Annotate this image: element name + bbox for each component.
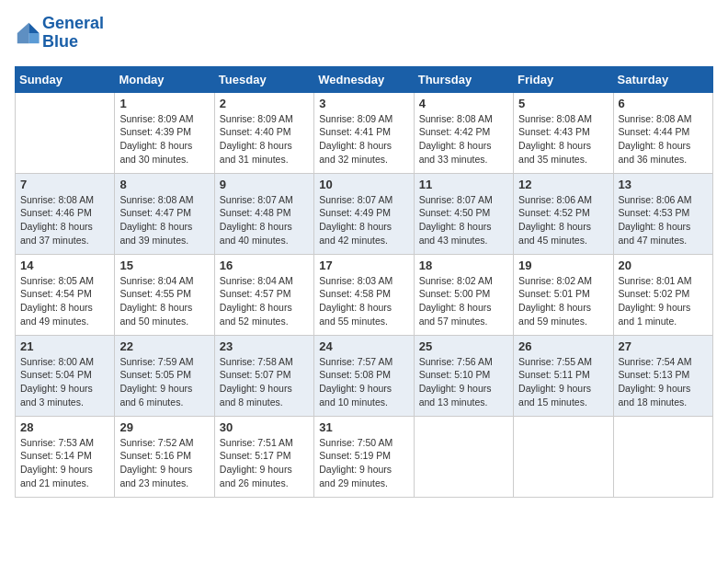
- calendar-header-row: SundayMondayTuesdayWednesdayThursdayFrid…: [16, 66, 713, 92]
- day-number: 26: [518, 339, 608, 353]
- day-info: Sunrise: 8:08 AMSunset: 4:42 PMDaylight:…: [419, 112, 508, 167]
- svg-marker-0: [28, 23, 39, 33]
- day-number: 9: [220, 178, 309, 191]
- day-info: Sunrise: 8:07 AMSunset: 4:50 PMDaylight:…: [419, 193, 508, 247]
- day-number: 30: [220, 420, 309, 434]
- day-info: Sunrise: 7:59 AMSunset: 5:05 PMDaylight:…: [119, 355, 209, 409]
- calendar-cell: 21Sunrise: 8:00 AMSunset: 5:04 PMDayligh…: [16, 335, 115, 416]
- calendar-cell: 31Sunrise: 7:50 AMSunset: 5:19 PMDayligh…: [314, 416, 414, 497]
- day-number: 5: [518, 97, 608, 110]
- day-info: Sunrise: 8:02 AMSunset: 5:00 PMDaylight:…: [419, 274, 508, 328]
- day-info: Sunrise: 8:07 AMSunset: 4:49 PMDaylight:…: [319, 193, 408, 247]
- calendar-cell: 29Sunrise: 7:52 AMSunset: 5:16 PMDayligh…: [115, 416, 214, 497]
- calendar-cell: 19Sunrise: 8:02 AMSunset: 5:01 PMDayligh…: [514, 254, 613, 335]
- calendar-cell: 18Sunrise: 8:02 AMSunset: 5:00 PMDayligh…: [414, 254, 513, 335]
- day-info: Sunrise: 7:53 AMSunset: 5:14 PMDaylight:…: [20, 436, 109, 490]
- col-header-friday: Friday: [514, 66, 613, 92]
- day-info: Sunrise: 7:55 AMSunset: 5:11 PMDaylight:…: [518, 355, 608, 409]
- calendar-week-row: 7Sunrise: 8:08 AMSunset: 4:46 PMDaylight…: [16, 173, 713, 254]
- day-number: 19: [518, 259, 608, 272]
- calendar-cell: [514, 416, 613, 497]
- col-header-monday: Monday: [115, 66, 214, 92]
- calendar-cell: 1Sunrise: 8:09 AMSunset: 4:39 PMDaylight…: [115, 92, 214, 173]
- day-number: 21: [20, 339, 109, 353]
- day-info: Sunrise: 8:09 AMSunset: 4:39 PMDaylight:…: [119, 112, 209, 167]
- calendar-table: SundayMondayTuesdayWednesdayThursdayFrid…: [15, 66, 713, 498]
- calendar-cell: 9Sunrise: 8:07 AMSunset: 4:48 PMDaylight…: [214, 173, 313, 254]
- day-info: Sunrise: 8:00 AMSunset: 5:04 PMDaylight:…: [20, 355, 109, 409]
- day-number: 16: [220, 259, 309, 272]
- day-number: 2: [220, 97, 309, 110]
- day-number: 31: [319, 420, 408, 434]
- day-number: 3: [319, 97, 408, 110]
- day-number: 13: [619, 178, 708, 191]
- calendar-cell: 22Sunrise: 7:59 AMSunset: 5:05 PMDayligh…: [115, 335, 214, 416]
- day-info: Sunrise: 8:03 AMSunset: 4:58 PMDaylight:…: [319, 274, 408, 328]
- day-info: Sunrise: 7:52 AMSunset: 5:16 PMDaylight:…: [119, 436, 209, 490]
- calendar-cell: 3Sunrise: 8:09 AMSunset: 4:41 PMDaylight…: [314, 92, 414, 173]
- calendar-cell: 5Sunrise: 8:08 AMSunset: 4:43 PMDaylight…: [514, 92, 613, 173]
- calendar-cell: 13Sunrise: 8:06 AMSunset: 4:53 PMDayligh…: [613, 173, 712, 254]
- day-number: 22: [119, 339, 209, 353]
- day-info: Sunrise: 8:08 AMSunset: 4:47 PMDaylight:…: [119, 193, 209, 247]
- calendar-cell: 2Sunrise: 8:09 AMSunset: 4:40 PMDaylight…: [214, 92, 313, 173]
- col-header-tuesday: Tuesday: [214, 66, 313, 92]
- calendar-cell: 10Sunrise: 8:07 AMSunset: 4:49 PMDayligh…: [314, 173, 414, 254]
- calendar-week-row: 14Sunrise: 8:05 AMSunset: 4:54 PMDayligh…: [16, 254, 713, 335]
- calendar-cell: 20Sunrise: 8:01 AMSunset: 5:02 PMDayligh…: [613, 254, 712, 335]
- day-number: 11: [419, 178, 508, 191]
- calendar-cell: 4Sunrise: 8:08 AMSunset: 4:42 PMDaylight…: [414, 92, 513, 173]
- day-number: 20: [619, 259, 708, 272]
- calendar-cell: 12Sunrise: 8:06 AMSunset: 4:52 PMDayligh…: [514, 173, 613, 254]
- day-info: Sunrise: 7:50 AMSunset: 5:19 PMDaylight:…: [319, 436, 408, 490]
- day-number: 10: [319, 178, 408, 191]
- day-number: 12: [518, 178, 608, 191]
- calendar-cell: 25Sunrise: 7:56 AMSunset: 5:10 PMDayligh…: [414, 335, 513, 416]
- calendar-cell: 28Sunrise: 7:53 AMSunset: 5:14 PMDayligh…: [16, 416, 115, 497]
- day-number: 8: [119, 178, 209, 191]
- day-info: Sunrise: 8:02 AMSunset: 5:01 PMDaylight:…: [518, 274, 608, 328]
- calendar-cell: [414, 416, 513, 497]
- day-info: Sunrise: 8:04 AMSunset: 4:57 PMDaylight:…: [220, 274, 309, 328]
- day-info: Sunrise: 8:01 AMSunset: 5:02 PMDaylight:…: [619, 274, 708, 328]
- logo-icon: [15, 20, 40, 46]
- calendar-cell: 8Sunrise: 8:08 AMSunset: 4:47 PMDaylight…: [115, 173, 214, 254]
- day-info: Sunrise: 8:08 AMSunset: 4:46 PMDaylight:…: [20, 193, 109, 247]
- calendar-cell: 15Sunrise: 8:04 AMSunset: 4:55 PMDayligh…: [115, 254, 214, 335]
- day-number: 6: [619, 97, 708, 110]
- day-info: Sunrise: 8:06 AMSunset: 4:52 PMDaylight:…: [518, 193, 608, 247]
- day-number: 29: [119, 420, 209, 434]
- day-number: 24: [319, 339, 408, 353]
- day-number: 18: [419, 259, 508, 272]
- day-info: Sunrise: 8:05 AMSunset: 4:54 PMDaylight:…: [20, 274, 109, 328]
- day-info: Sunrise: 8:09 AMSunset: 4:41 PMDaylight:…: [319, 112, 408, 167]
- day-info: Sunrise: 8:08 AMSunset: 4:43 PMDaylight:…: [518, 112, 608, 167]
- calendar-week-row: 21Sunrise: 8:00 AMSunset: 5:04 PMDayligh…: [16, 335, 713, 416]
- calendar-cell: 6Sunrise: 8:08 AMSunset: 4:44 PMDaylight…: [613, 92, 712, 173]
- day-info: Sunrise: 7:51 AMSunset: 5:17 PMDaylight:…: [220, 436, 309, 490]
- calendar-cell: 17Sunrise: 8:03 AMSunset: 4:58 PMDayligh…: [314, 254, 414, 335]
- col-header-thursday: Thursday: [414, 66, 513, 92]
- logo: General Blue: [15, 15, 104, 52]
- calendar-cell: 11Sunrise: 8:07 AMSunset: 4:50 PMDayligh…: [414, 173, 513, 254]
- day-info: Sunrise: 7:58 AMSunset: 5:07 PMDaylight:…: [220, 355, 309, 409]
- day-number: 7: [20, 178, 109, 191]
- day-number: 15: [119, 259, 209, 272]
- logo-text: General Blue: [42, 15, 104, 52]
- calendar-cell: 24Sunrise: 7:57 AMSunset: 5:08 PMDayligh…: [314, 335, 414, 416]
- svg-marker-1: [28, 33, 39, 43]
- day-number: 27: [619, 339, 708, 353]
- page-header: General Blue: [15, 15, 713, 52]
- calendar-cell: 23Sunrise: 7:58 AMSunset: 5:07 PMDayligh…: [214, 335, 313, 416]
- day-number: 1: [119, 97, 209, 110]
- day-info: Sunrise: 7:54 AMSunset: 5:13 PMDaylight:…: [619, 355, 708, 409]
- calendar-cell: 26Sunrise: 7:55 AMSunset: 5:11 PMDayligh…: [514, 335, 613, 416]
- col-header-sunday: Sunday: [16, 66, 115, 92]
- calendar-cell: 27Sunrise: 7:54 AMSunset: 5:13 PMDayligh…: [613, 335, 712, 416]
- day-info: Sunrise: 8:09 AMSunset: 4:40 PMDaylight:…: [220, 112, 309, 167]
- col-header-wednesday: Wednesday: [314, 66, 414, 92]
- calendar-week-row: 28Sunrise: 7:53 AMSunset: 5:14 PMDayligh…: [16, 416, 713, 497]
- day-number: 23: [220, 339, 309, 353]
- calendar-cell: 14Sunrise: 8:05 AMSunset: 4:54 PMDayligh…: [16, 254, 115, 335]
- col-header-saturday: Saturday: [613, 66, 712, 92]
